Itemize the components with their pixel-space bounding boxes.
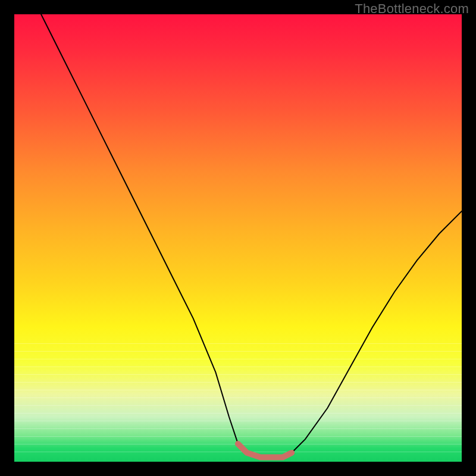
chart-frame: TheBottleneck.com (0, 0, 476, 476)
trough-highlight-path (238, 444, 292, 458)
plot-area (14, 14, 462, 462)
watermark-text: TheBottleneck.com (355, 1, 469, 17)
bottleneck-curve-path (41, 14, 462, 458)
bottleneck-curve-svg (14, 14, 462, 462)
